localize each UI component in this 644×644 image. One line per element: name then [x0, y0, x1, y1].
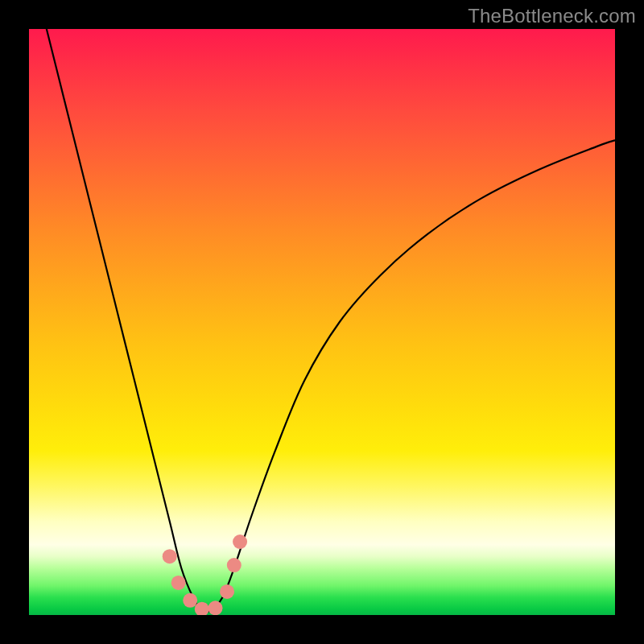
plot-area — [29, 29, 615, 615]
chart-frame: TheBottleneck.com — [0, 0, 644, 644]
curve-marker — [171, 576, 186, 590]
bottleneck-curve — [47, 29, 615, 612]
curve-svg — [29, 29, 615, 615]
curve-marker — [183, 593, 197, 608]
curve-marker — [233, 535, 247, 549]
curve-marker — [208, 601, 223, 615]
curve-marker — [220, 584, 234, 599]
watermark-text: TheBottleneck.com — [468, 5, 636, 27]
curve-marker — [227, 558, 242, 572]
curve-marker — [163, 549, 177, 564]
